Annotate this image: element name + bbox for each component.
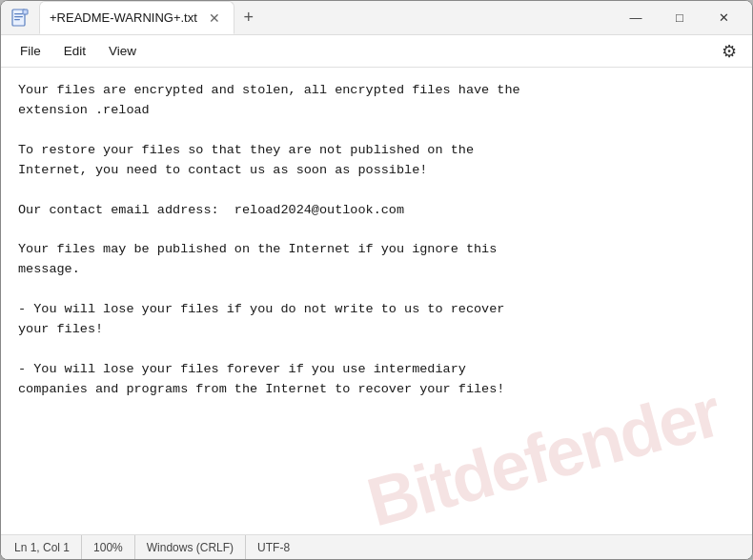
maximize-button[interactable]: □ (659, 1, 701, 35)
window-controls: — □ ✕ (615, 1, 744, 35)
app-icon (9, 7, 31, 30)
titlebar: +README-WARNING+.txt ✕ + — □ ✕ (1, 1, 752, 35)
menu-view[interactable]: View (97, 40, 148, 62)
close-button[interactable]: ✕ (702, 1, 744, 35)
new-tab-button[interactable]: + (234, 1, 263, 34)
tab-area: +README-WARNING+.txt ✕ + (39, 1, 615, 34)
tab-close-button[interactable]: ✕ (205, 9, 224, 28)
editor-text[interactable]: Your files are encrypted and stolen, all… (18, 81, 735, 400)
svg-rect-3 (14, 19, 20, 20)
new-tab-icon: + (244, 8, 254, 28)
svg-rect-4 (23, 10, 28, 14)
editor-content[interactable]: Your files are encrypted and stolen, all… (1, 68, 752, 534)
active-tab[interactable]: +README-WARNING+.txt ✕ (39, 1, 234, 34)
cursor-position: Ln 1, Col 1 (10, 535, 82, 559)
settings-icon[interactable]: ⚙ (714, 38, 744, 65)
notepad-window: +README-WARNING+.txt ✕ + — □ ✕ File Edit… (0, 0, 753, 560)
line-ending: Windows (CRLF) (135, 535, 246, 559)
zoom-level: 100% (82, 535, 135, 559)
tab-title: +README-WARNING+.txt (50, 10, 197, 25)
menu-file[interactable]: File (9, 40, 52, 62)
menubar: File Edit View ⚙ (1, 35, 752, 68)
statusbar: Ln 1, Col 1 100% Windows (CRLF) UTF-8 (1, 534, 752, 559)
menu-edit[interactable]: Edit (52, 40, 97, 62)
encoding: UTF-8 (246, 535, 301, 559)
minimize-button[interactable]: — (615, 1, 657, 35)
svg-rect-2 (14, 16, 23, 17)
svg-rect-1 (14, 13, 23, 14)
